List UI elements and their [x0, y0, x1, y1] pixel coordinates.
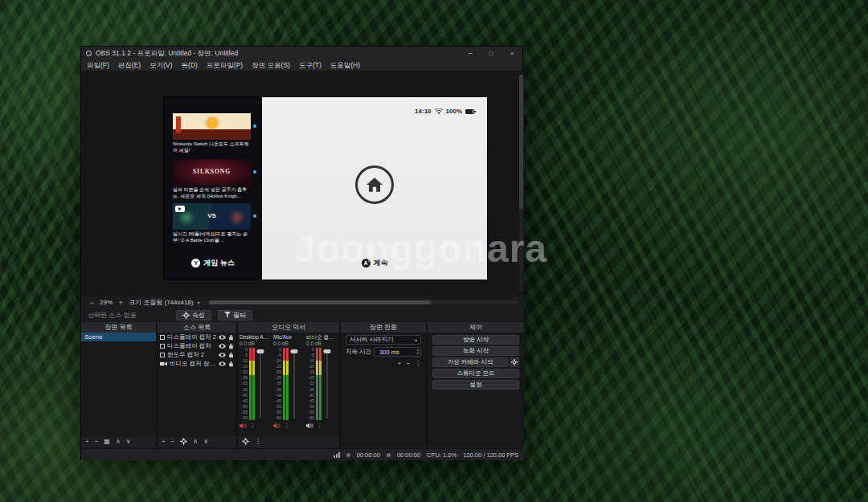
- chevron-down-icon[interactable]: ▾: [197, 300, 199, 305]
- start-streaming-button[interactable]: 방송 시작: [432, 335, 519, 345]
- source-row[interactable]: 디스플레이 캡처 2: [158, 333, 236, 341]
- volume-slider[interactable]: [289, 348, 299, 420]
- scene-grid-mode-button[interactable]: ▦: [104, 436, 110, 447]
- add-source-button[interactable]: +: [162, 436, 166, 447]
- controls-dock-title[interactable]: 제어: [428, 322, 524, 333]
- lock-icon[interactable]: [228, 334, 234, 341]
- window-capture-icon: [160, 353, 165, 357]
- scenes-dock-title[interactable]: 장면 목록: [81, 322, 156, 333]
- mixer-settings-gear-icon[interactable]: [242, 438, 249, 445]
- sources-list[interactable]: 디스플레이 캡처 2 디스플레이 캡처 윈도우 캡처 2: [158, 333, 236, 436]
- eye-icon[interactable]: [219, 361, 226, 366]
- source-properties-gear-icon[interactable]: [180, 438, 187, 445]
- slider-handle[interactable]: [291, 349, 298, 353]
- scrollbar-thumb[interactable]: [209, 300, 432, 304]
- sources-dock-title[interactable]: 소스 목록: [158, 322, 236, 333]
- volume-slider[interactable]: [256, 348, 265, 420]
- news-footer-label: 게임 뉴스: [203, 258, 235, 268]
- meter-tick: -5: [311, 353, 314, 357]
- home-icon: [366, 177, 383, 193]
- channel-menu-button[interactable]: ⋮: [317, 422, 322, 429]
- move-source-up-button[interactable]: ∧: [193, 436, 198, 447]
- remove-source-button[interactable]: −: [171, 436, 175, 447]
- move-scene-up-button[interactable]: ∧: [116, 436, 121, 447]
- menu-item-help[interactable]: 도움말(H): [330, 61, 360, 71]
- preview-scale-label[interactable]: 크기 조절됨 (744x418): [129, 298, 193, 307]
- preview-viewport[interactable]: Nintendo Switch 다운로드 소프트웨어 세일! SILKSONG …: [81, 71, 524, 296]
- sources-dock-toolbar: + − ∧ ∨: [158, 436, 236, 447]
- mute-button[interactable]: [240, 422, 247, 429]
- add-scene-button[interactable]: +: [85, 436, 89, 447]
- lock-icon[interactable]: [228, 361, 234, 367]
- news-thumbnail-silksong: SILKSONG: [173, 159, 251, 186]
- meter-tick: -20: [276, 370, 281, 374]
- mute-button[interactable]: [273, 422, 280, 429]
- eye-icon[interactable]: [219, 344, 226, 349]
- lock-icon[interactable]: [228, 352, 234, 358]
- minimize-button[interactable]: ─: [460, 47, 481, 60]
- scenes-list[interactable]: Scene: [81, 333, 156, 436]
- slider-handle[interactable]: [257, 349, 264, 353]
- transitions-dock-title[interactable]: 장면 전환: [341, 322, 426, 333]
- slider-handle[interactable]: [324, 349, 331, 353]
- spinner-arrows[interactable]: ▴ ▾: [417, 349, 419, 355]
- remove-scene-button[interactable]: −: [95, 436, 99, 447]
- properties-button[interactable]: 속성: [176, 310, 211, 320]
- eye-icon[interactable]: [219, 353, 226, 357]
- mixer-dock-title[interactable]: 오디오 믹서: [238, 322, 339, 333]
- remove-transition-button[interactable]: −: [406, 360, 410, 367]
- spin-down-icon[interactable]: ▾: [417, 352, 419, 355]
- transition-duration-input[interactable]: 300 ms ▴ ▾: [374, 347, 421, 357]
- source-row[interactable]: 윈도우 캡처 2: [158, 350, 236, 359]
- zoom-out-button[interactable]: −: [88, 299, 96, 307]
- volume-slider[interactable]: [322, 348, 332, 420]
- transition-menu-button[interactable]: ⋮: [415, 360, 421, 367]
- meter-tick: -10: [309, 359, 314, 363]
- menu-item-dock[interactable]: 독(D): [182, 61, 198, 71]
- meter-tick: -55: [242, 410, 248, 414]
- studio-mode-button[interactable]: 스튜디오 모드: [432, 369, 519, 378]
- virtual-camera-settings-button[interactable]: [510, 357, 519, 367]
- filters-button[interactable]: 필터: [218, 310, 252, 320]
- eye-icon[interactable]: [219, 335, 226, 340]
- move-source-down-button[interactable]: ∨: [203, 436, 208, 447]
- menu-item-profile[interactable]: 프로파일(P): [207, 61, 243, 71]
- maximize-button[interactable]: □: [481, 47, 502, 60]
- vs-label: VS: [173, 212, 251, 219]
- close-button[interactable]: ×: [502, 47, 522, 60]
- scene-item-selected[interactable]: Scene: [81, 333, 156, 341]
- channel-menu-button[interactable]: ⋮: [250, 422, 256, 429]
- news-caption: 실시간 [배틀]×[액션]으로 펼치는 승부! 'Z-A Battle Club…: [173, 231, 251, 244]
- add-transition-button[interactable]: +: [398, 360, 402, 367]
- source-row[interactable]: 비디오 캡처 장치 2: [158, 359, 236, 368]
- news-caption: Nintendo Switch 다운로드 소프트웨어 세일!: [173, 141, 251, 154]
- menu-item-tools[interactable]: 도구(T): [299, 61, 321, 71]
- start-recording-button[interactable]: 녹화 시작: [432, 346, 519, 356]
- preview-horizontal-scrollbar[interactable]: [209, 300, 518, 304]
- mute-button[interactable]: [306, 422, 313, 429]
- no-source-label: 선택된 소스 없음: [88, 311, 170, 320]
- move-scene-down-button[interactable]: ∨: [126, 436, 131, 447]
- meter-tick: -40: [276, 394, 281, 398]
- scrollbar-thumb[interactable]: [519, 75, 523, 209]
- meter-tick: -50: [276, 405, 281, 409]
- settings-button[interactable]: 설정: [432, 380, 519, 390]
- menu-item-view[interactable]: 보기(V): [149, 61, 172, 71]
- start-virtual-camera-button[interactable]: 가상 카메라 시작: [432, 357, 508, 367]
- menu-item-file[interactable]: 파일(F): [87, 61, 109, 71]
- zoom-in-button[interactable]: +: [117, 299, 125, 307]
- preview-canvas[interactable]: Nintendo Switch 다운로드 소프트웨어 세일! SILKSONG …: [164, 97, 487, 280]
- sources-dock: 소스 목록 디스플레이 캡처 2 디스플레이 캡처: [158, 322, 236, 447]
- gear-icon: [511, 359, 518, 365]
- source-row[interactable]: 디스플레이 캡처: [158, 341, 236, 350]
- channel-menu-button[interactable]: ⋮: [284, 422, 289, 429]
- mixer-menu-button[interactable]: ⋮: [255, 436, 261, 447]
- menu-item-scene-collection[interactable]: 장면 모음(S): [252, 61, 290, 71]
- preview-vertical-scrollbar[interactable]: [519, 75, 523, 292]
- menu-item-edit[interactable]: 편집(E): [118, 61, 141, 71]
- titlebar[interactable]: OBS 31.1.2 - 프로파일: Untitled - 장면: Untitl…: [81, 47, 522, 60]
- transition-select[interactable]: 서서히 사라지기 ▾: [346, 335, 421, 345]
- lock-icon[interactable]: [228, 343, 234, 349]
- desktop: OBS 31.1.2 - 프로파일: Untitled - 장면: Untitl…: [0, 0, 868, 502]
- mixer-channel-video-capture: 비디오 캡처 장치 0.0 dB 0-5-10-15-20-25-30-35-4…: [306, 334, 338, 436]
